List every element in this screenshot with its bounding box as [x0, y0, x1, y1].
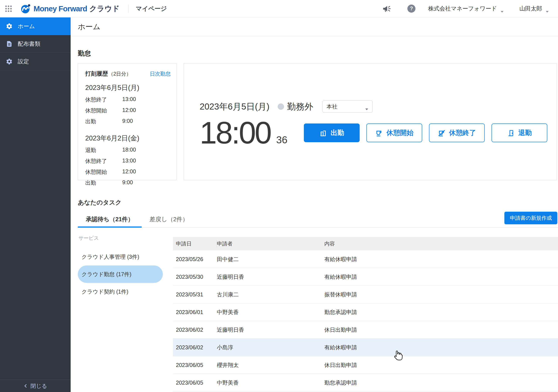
stamp-day-date: 2023年6月5日(月): [85, 83, 171, 92]
table-header-row: 申請日申請者内容: [173, 237, 558, 250]
stamp-entry-time: 9:00: [122, 179, 133, 187]
tab-returned[interactable]: 差戻し（2件）: [149, 211, 188, 227]
stamp-entry-label: 出勤: [85, 179, 122, 187]
table-cell-request-date: 2023/06/01: [173, 309, 217, 315]
clock-top-row: 2023年6月5日(月) 勤務外 本社: [200, 100, 547, 113]
table-row[interactable]: 2023/05/26田中健二有給休暇申請: [173, 250, 558, 268]
table-cell-request-date: 2023/06/02: [173, 327, 217, 333]
sidebar-item-home[interactable]: ホーム: [0, 17, 71, 35]
clock-time: 18:00: [200, 117, 270, 148]
table-row[interactable]: 2023/05/31古川康二振替休暇申請: [173, 286, 558, 303]
sidebar-item-label: 設定: [18, 58, 29, 65]
table-row[interactable]: 2023/05/30近藤明日香有給休暇申請: [173, 268, 558, 286]
sidebar-item-documents[interactable]: 配布書類: [0, 35, 71, 53]
stamp-entry-time: 13:00: [122, 96, 136, 103]
sidebar-item-settings[interactable]: 設定: [0, 53, 71, 70]
stamp-entry: 出勤9:00: [85, 179, 171, 187]
clock-button-label: 休憩開始: [386, 128, 413, 137]
help-icon[interactable]: ?: [407, 5, 415, 13]
table-row[interactable]: 2023/06/05櫻井翔太休日出勤申請: [173, 356, 558, 374]
stamp-day: 2023年6月2日(金)退勤18:00休憩終了13:00休憩開始12:00出勤9…: [85, 134, 171, 187]
table-cell-applicant: 中野美香: [217, 379, 324, 386]
page-header: ホーム: [71, 17, 558, 36]
announcements-icon[interactable]: [382, 4, 391, 13]
clock-button-label: 退勤: [518, 128, 532, 137]
gear-icon: [6, 58, 13, 65]
door-out-icon: [507, 129, 515, 137]
stamp-entry-label: 休憩終了: [85, 96, 122, 103]
stamp-entry: 休憩終了13:00: [85, 157, 171, 165]
gear-icon: [6, 23, 13, 30]
table-row[interactable]: 2023/06/02近藤明日香休日出勤申請: [173, 321, 558, 339]
stamp-entry: 休憩開始12:00: [85, 107, 171, 114]
create-request-button[interactable]: 申請書の新規作成: [504, 212, 557, 224]
stamp-entry: 休憩開始12:00: [85, 168, 171, 176]
service-item-label: クラウド勤怠 (17件): [81, 271, 131, 278]
table-cell-applicant: 古川康二: [217, 291, 324, 298]
company-name: 株式会社マネーフォワード: [428, 5, 497, 12]
clock-out-button[interactable]: 退勤: [491, 123, 547, 142]
sidebar-collapse-label: 閉じる: [31, 383, 47, 390]
service-item-label: クラウド契約 (1件): [81, 288, 128, 295]
money-forward-logo-icon: [20, 3, 31, 14]
chevron-down-icon: [365, 105, 368, 108]
stamp-history-title: 打刻履歴: [85, 70, 108, 77]
stamp-entry-time: 12:00: [122, 168, 136, 176]
user-menu[interactable]: 山田太郎: [519, 5, 549, 12]
table-header-cell: 内容: [324, 240, 558, 247]
table-cell-applicant: 櫻井翔太: [217, 361, 324, 369]
table-row[interactable]: 2023/06/02小島淳有給休暇申請: [173, 339, 558, 356]
tab-pending[interactable]: 承認待ち（21件）: [78, 211, 142, 227]
sidebar-item-label: ホーム: [18, 22, 35, 30]
door-in-icon: [319, 129, 327, 137]
service-item-contract[interactable]: クラウド契約 (1件): [78, 283, 163, 300]
table-cell-request-content: 勤怠承認申請: [324, 379, 558, 386]
clock-in-button[interactable]: 出勤: [304, 123, 360, 142]
chevron-down-icon: [546, 8, 549, 10]
service-item-attendance[interactable]: クラウド勤怠 (17件): [78, 265, 163, 283]
app-grid-icon[interactable]: [5, 5, 12, 12]
main-area: ホーム 勤怠 打刻履歴 （2日分） 日次勤怠 2023年6月5日(月)休憩終了1…: [71, 17, 558, 392]
table-cell-request-date: 2023/05/26: [173, 256, 217, 262]
table-row[interactable]: 2023/06/01中野美香勤怠承認申請: [173, 303, 558, 321]
top-bar: Money Forward クラウド マイページ ? 株式会社マネーフォワード …: [0, 0, 558, 17]
stamp-entry-label: 休憩終了: [85, 157, 122, 165]
money-forward-logo[interactable]: Money Forward クラウド: [20, 3, 120, 14]
table-cell-applicant: 田中健二: [217, 256, 324, 263]
break-end-button[interactable]: 休憩終了: [429, 123, 485, 142]
sidebar-collapse-button[interactable]: 閉じる: [0, 380, 71, 392]
clock-date: 2023年6月5日(月): [200, 101, 270, 113]
page-title: ホーム: [78, 22, 100, 32]
table-cell-request-date: 2023/05/30: [173, 274, 217, 280]
stamp-entry: 退勤18:00: [85, 146, 171, 154]
logo-text: Money Forward: [34, 4, 87, 13]
document-icon: [6, 41, 13, 47]
services-column: サービス クラウド人事管理 (3件)クラウド勤怠 (17件)クラウド契約 (1件…: [78, 233, 163, 392]
service-item-hr[interactable]: クラウド人事管理 (3件): [78, 248, 163, 265]
tasks-tabs-row: 承認待ち（21件）差戻し（2件） 申請書の新規作成: [78, 211, 558, 228]
table-cell-request-content: 勤怠承認申請: [324, 309, 558, 316]
topbar-right: ? 株式会社マネーフォワード 山田太郎: [382, 4, 549, 13]
daily-attendance-link[interactable]: 日次勤怠: [150, 70, 171, 77]
user-name: 山田太郎: [519, 5, 542, 12]
table-cell-request-content: 振替休暇申請: [324, 291, 558, 298]
sidebar-nav: ホーム配布書類設定: [0, 17, 71, 70]
table-cell-applicant: 中野美香: [217, 309, 324, 316]
tabs: 承認待ち（21件）差戻し（2件）: [78, 211, 188, 227]
table-cell-request-date: 2023/05/31: [173, 291, 217, 298]
mypage-label: マイページ: [136, 5, 167, 13]
break-start-button[interactable]: 休憩開始: [366, 123, 422, 142]
location-select[interactable]: 本社: [322, 100, 373, 113]
clock-seconds: 36: [276, 134, 287, 148]
company-menu[interactable]: 株式会社マネーフォワード: [428, 5, 504, 12]
requests-table: 申請日申請者内容 2023/05/26田中健二有給休暇申請2023/05/30近…: [173, 237, 558, 392]
stamp-history-days: 2023年6月5日(月)休憩終了13:00休憩開始12:00出勤9:002023…: [85, 83, 171, 187]
sidebar: ホーム配布書類設定 閉じる: [0, 17, 71, 392]
clock-buttons: 出勤休憩開始休憩終了退勤: [304, 123, 547, 142]
table-cell-applicant: 近藤明日香: [217, 273, 324, 281]
table-row[interactable]: 2023/06/05中野美香勤怠承認申請: [173, 374, 558, 392]
table-header-cell: 申請日: [173, 240, 217, 247]
stamp-history-card: 打刻履歴 （2日分） 日次勤怠 2023年6月5日(月)休憩終了13:00休憩開…: [78, 63, 176, 180]
attendance-section-title: 勤怠: [78, 49, 558, 58]
stamp-entry-time: 18:00: [122, 146, 136, 154]
